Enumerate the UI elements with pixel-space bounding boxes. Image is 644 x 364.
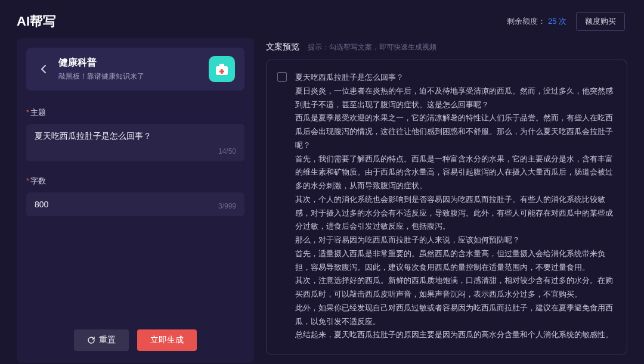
words-label: *字数 [26, 176, 244, 186]
preview-text: 夏天吃西瓜拉肚子是怎么回事？夏日炎炎，一位患者在炎热的午后，迫不及待地享受清凉的… [295, 71, 616, 343]
preview-line: 首先，适量摄入西瓜是非常重要的。虽然西瓜的含水量高，但过量摄入会给消化系统带来负… [295, 247, 614, 275]
preview-line: 夏日炎炎，一位患者在炎热的午后，迫不及待地享受清凉的西瓜。然而，没过多久，他突然… [295, 85, 614, 112]
refresh-icon [87, 336, 95, 344]
left-panel: 健康科普 敲黑板！靠谱健康知识来了 *主题 14/50 *字数 [17, 38, 254, 363]
right-panel: 文案预览 提示：勾选帮写文案，即可快速生成视频 夏天吃西瓜拉肚子是怎么回事？夏日… [266, 38, 627, 363]
words-input[interactable] [35, 200, 236, 209]
preview-box: 夏天吃西瓜拉肚子是怎么回事？夏日炎炎，一位患者在炎热的午后，迫不及待地享受清凉的… [266, 60, 627, 354]
category-subtitle: 敲黑板！靠谱健康知识来了 [58, 71, 200, 82]
page-title: AI帮写 [17, 13, 56, 30]
purchase-button[interactable]: 额度购买 [576, 12, 625, 31]
preview-line: 此外，如果你已经发现自己对西瓜过敏或者容易因为吃西瓜而拉肚子，建议在夏季避免食用… [295, 301, 614, 329]
select-checkbox[interactable] [277, 72, 287, 82]
preview-title: 文案预览 [266, 42, 299, 52]
preview-line: 其次，个人的消化系统也会影响到是否容易因为吃西瓜而拉肚子。有些人的消化系统比较敏… [295, 193, 614, 234]
topic-input[interactable] [35, 132, 236, 141]
topic-label: *主题 [26, 107, 244, 118]
preview-line: 西瓜是夏季最受欢迎的水果之一，它的清凉解暑的特性让人们乐于品尝。然而，有些人在吃… [295, 111, 614, 152]
medkit-icon [209, 56, 235, 82]
words-char-count: 3/999 [218, 202, 236, 210]
preview-line: 首先，我们需要了解西瓜的特点。西瓜是一种富含水分的水果，它的主要成分是水，含有丰… [295, 153, 614, 193]
reset-button[interactable]: 重置 [74, 329, 129, 351]
svg-rect-1 [219, 64, 224, 67]
quota-text: 剩余额度：25 次 [507, 16, 566, 27]
preview-hint: 提示：勾选帮写文案，即可快速生成视频 [308, 42, 436, 52]
preview-line: 总结起来，夏天吃西瓜拉肚子的原因主要是因为西瓜的高水分含量和个人消化系统的敏感性… [295, 328, 614, 343]
back-button[interactable] [36, 62, 50, 76]
topic-char-count: 14/50 [218, 147, 236, 155]
category-card: 健康科普 敲黑板！靠谱健康知识来了 [26, 48, 244, 91]
preview-line: 那么，对于容易因为吃西瓜而拉肚子的人来说，应该如何预防呢？ [295, 234, 614, 247]
category-title: 健康科普 [58, 57, 200, 69]
preview-line: 其次，注意选择好的西瓜。新鲜的西瓜质地饱满，口感清甜，相对较少含有过多的水分。在… [295, 274, 614, 301]
preview-line: 夏天吃西瓜拉肚子是怎么回事？ [295, 71, 614, 85]
generate-button[interactable]: 立即生成 [137, 329, 197, 351]
chevron-left-icon [41, 65, 46, 73]
